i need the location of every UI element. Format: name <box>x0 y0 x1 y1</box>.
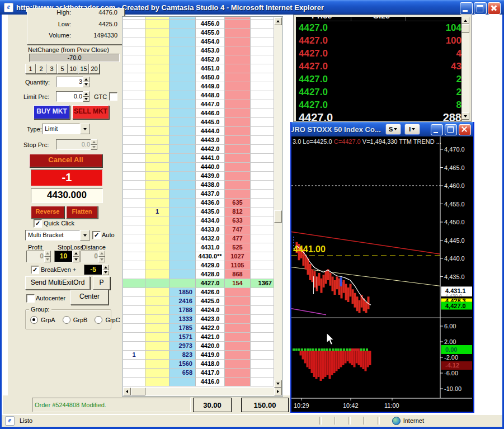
ask-size-cell[interactable] <box>225 118 251 127</box>
qty-preset-button[interactable]: 5 <box>57 64 68 74</box>
bid-size-cell[interactable] <box>169 163 196 172</box>
ask-size-cell[interactable]: 635 <box>225 199 251 208</box>
scroll-up-icon[interactable] <box>274 17 282 25</box>
quantity-stepper[interactable] <box>83 77 90 87</box>
ask-size-cell[interactable] <box>225 145 251 154</box>
price-cell[interactable]: 4455.0 <box>196 29 225 37</box>
ask-size-cell[interactable] <box>225 127 251 136</box>
scroll-down-icon[interactable] <box>274 380 282 388</box>
ask-size-cell[interactable] <box>225 20 251 29</box>
ask-size-cell[interactable] <box>225 37 251 46</box>
price-cell[interactable]: 4417.0 <box>196 369 225 378</box>
bid-size-cell[interactable] <box>169 208 196 216</box>
price-cell[interactable]: 4434.0 <box>196 216 225 225</box>
breakeven-checkbox[interactable]: ✓ <box>31 266 39 274</box>
price-cell[interactable]: 4423.0 <box>196 315 225 324</box>
bid-size-cell[interactable]: 2973 <box>169 342 196 351</box>
ask-size-cell[interactable] <box>225 369 251 378</box>
auto-checkbox[interactable]: ✓ <box>92 231 101 239</box>
bid-size-cell[interactable] <box>169 91 196 100</box>
qty-preset-button[interactable]: 1 <box>25 64 36 74</box>
tape-scrollbar[interactable] <box>461 17 469 120</box>
bid-size-cell[interactable] <box>169 109 196 118</box>
price-cell[interactable]: 4422.0 <box>196 324 225 333</box>
chevron-down-icon[interactable] <box>80 124 90 134</box>
ask-size-cell[interactable] <box>225 315 251 324</box>
ask-size-cell[interactable] <box>225 324 251 333</box>
group-radio-grpc[interactable] <box>95 316 102 324</box>
breakeven-field[interactable]: -5 <box>84 265 102 275</box>
price-cell[interactable]: 4438.0 <box>196 181 225 190</box>
ask-size-cell[interactable] <box>225 73 251 82</box>
price-cell[interactable]: 4441.0 <box>196 154 225 163</box>
bid-size-cell[interactable] <box>169 136 196 145</box>
price-cell[interactable]: 4432.0 <box>196 234 225 243</box>
price-cell[interactable]: 4421.0 <box>196 333 225 342</box>
bid-size-cell[interactable] <box>169 55 196 64</box>
group-radio-grpa[interactable] <box>30 316 38 324</box>
bid-size-cell[interactable] <box>169 118 196 127</box>
ask-size-cell[interactable]: 633 <box>225 216 251 225</box>
ladder-vscrollbar[interactable] <box>274 17 282 388</box>
price-cell[interactable]: 4453.0 <box>196 46 225 55</box>
ask-size-cell[interactable] <box>225 136 251 145</box>
bid-size-cell[interactable] <box>169 199 196 208</box>
bid-size-cell[interactable] <box>169 243 196 252</box>
p-button[interactable]: P <box>93 276 110 290</box>
ask-size-cell[interactable] <box>225 64 251 73</box>
bid-size-cell[interactable] <box>169 252 196 261</box>
price-cell[interactable]: 4418.0 <box>196 360 225 369</box>
cancel-all-button[interactable]: Cancel All <box>29 154 102 167</box>
reverse-button[interactable]: Reverse <box>31 206 64 219</box>
scroll-left-icon[interactable] <box>123 388 131 395</box>
scroll-down-icon[interactable] <box>461 112 469 120</box>
price-cell[interactable]: 4449.0 <box>196 82 225 91</box>
price-cell[interactable]: 4430.0** <box>196 252 225 261</box>
price-cell[interactable]: 4416.0 <box>196 378 225 386</box>
ask-size-cell[interactable] <box>225 342 251 351</box>
price-cell[interactable]: 4428.0 <box>196 270 225 279</box>
price-cell[interactable]: 4446.0 <box>196 109 225 118</box>
qty-preset-button[interactable]: 3 <box>46 64 57 74</box>
chart-minimize-button[interactable] <box>431 124 443 135</box>
ask-size-cell[interactable]: 868 <box>225 270 251 279</box>
bid-size-cell[interactable] <box>169 46 196 55</box>
bid-size-cell[interactable] <box>169 172 196 181</box>
ask-size-cell[interactable]: 477 <box>225 234 251 243</box>
price-cell[interactable]: 4435.0 <box>196 208 225 216</box>
hscroll-thumb[interactable] <box>131 388 145 395</box>
qty-preset-button[interactable]: 2 <box>36 64 46 74</box>
gtc-checkbox[interactable] <box>109 92 117 101</box>
bid-size-cell[interactable]: 2416 <box>169 297 196 306</box>
price-cell[interactable]: 4440.0 <box>196 163 225 172</box>
bid-size-cell[interactable] <box>169 181 196 190</box>
bid-size-cell[interactable] <box>169 127 196 136</box>
price-cell[interactable]: 4445.0 <box>196 118 225 127</box>
price-cell[interactable]: 4427.0 <box>196 279 225 288</box>
ask-size-cell[interactable] <box>225 181 251 190</box>
ask-size-cell[interactable] <box>225 288 251 297</box>
price-cell[interactable]: 4436.0 <box>196 199 225 208</box>
bid-size-cell[interactable]: 1333 <box>169 315 196 324</box>
price-cell[interactable]: 4429.0 <box>196 261 225 270</box>
bid-size-cell[interactable] <box>169 216 196 225</box>
bid-size-cell[interactable] <box>169 190 196 199</box>
bid-size-cell[interactable]: 1785 <box>169 324 196 333</box>
ask-size-cell[interactable] <box>225 172 251 181</box>
scroll-right-icon[interactable] <box>274 388 282 395</box>
autocenter-checkbox[interactable] <box>26 294 35 303</box>
bid-size-cell[interactable] <box>169 279 196 288</box>
bid-size-cell[interactable] <box>169 20 196 29</box>
ask-size-cell[interactable] <box>225 360 251 369</box>
stoploss-stepper[interactable] <box>73 251 79 262</box>
chart-close-icon[interactable] <box>459 124 471 135</box>
bracket-dropdown[interactable]: Multi Bracket <box>25 230 90 241</box>
ask-size-cell[interactable] <box>225 100 251 109</box>
center-button[interactable]: Center <box>70 290 109 305</box>
order-type-dropdown[interactable]: Limit <box>42 124 90 134</box>
limit-price-field[interactable]: 0.0 <box>56 91 85 102</box>
symbol-dropdown-button[interactable]: S <box>385 124 401 135</box>
price-cell[interactable]: 4420.0 <box>196 342 225 351</box>
price-cell[interactable]: 4425.0 <box>196 297 225 306</box>
price-cell[interactable]: 4419.0 <box>196 351 225 360</box>
